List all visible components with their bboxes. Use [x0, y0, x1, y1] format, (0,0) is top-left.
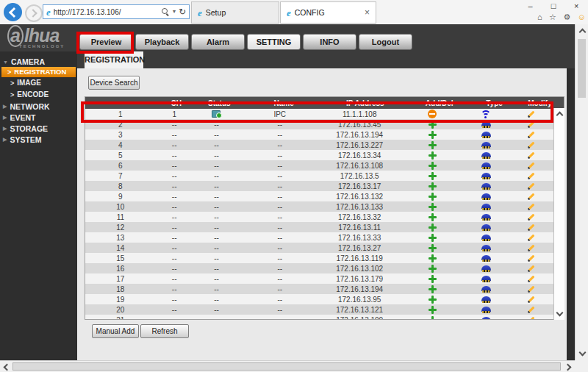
table-row[interactable]: 12------172.16.13.11 — [85, 222, 554, 232]
tab-registration[interactable]: REGISTRATION — [85, 51, 143, 68]
edit-icon[interactable] — [526, 254, 536, 262]
table-row[interactable]: 11------172.16.13.32 — [85, 212, 554, 222]
table-row[interactable]: 16------172.16.13.102 — [85, 263, 554, 273]
delete-icon[interactable] — [428, 110, 437, 118]
table-row[interactable]: 17------172.16.13.179 — [85, 273, 554, 284]
sidebar-item-storage[interactable]: ▶STORAGE — [3, 124, 48, 133]
edit-icon[interactable] — [526, 243, 536, 252]
scroll-down-icon[interactable] — [556, 310, 564, 317]
table-row[interactable]: 9------172.16.13.132 — [85, 191, 554, 201]
sidebar-item-system[interactable]: ▶SYSTEM — [3, 135, 42, 144]
add-icon[interactable] — [429, 306, 437, 314]
edit-icon[interactable] — [526, 212, 536, 221]
nav-button-setting[interactable]: SETTING — [247, 34, 301, 50]
add-icon[interactable] — [429, 223, 437, 232]
table-row[interactable]: 13------172.16.13.33 — [85, 232, 554, 243]
browser-tab-config[interactable]: e CONFIG × — [280, 1, 376, 24]
sidebar-item-image[interactable]: >IMAGE — [10, 79, 41, 87]
device-search-button[interactable]: Device Search — [88, 76, 140, 90]
edit-icon[interactable] — [526, 202, 536, 211]
add-icon[interactable] — [429, 285, 437, 293]
home-icon[interactable]: ⌂ — [537, 12, 542, 22]
scroll-right-icon[interactable] — [564, 364, 572, 371]
feedback-smiley-icon[interactable]: ☺ — [578, 12, 586, 22]
edit-icon[interactable] — [526, 223, 536, 232]
sidebar-item-registration[interactable]: >REGISTRATION — [1, 67, 76, 77]
add-icon[interactable] — [429, 265, 437, 273]
add-icon[interactable] — [429, 131, 437, 139]
refresh-button[interactable]: Refresh — [140, 324, 189, 338]
scroll-down-icon[interactable] — [579, 349, 587, 357]
close-tab-icon[interactable]: × — [365, 8, 370, 17]
table-row[interactable]: 11IPC11.1.1.108 — [85, 109, 554, 119]
maximize-button[interactable]: □ — [542, 0, 564, 12]
nav-button-info[interactable]: INFO — [303, 34, 356, 50]
edit-icon[interactable] — [526, 171, 536, 180]
url-text[interactable]: http://172.16.13.106/ — [54, 8, 159, 16]
add-icon[interactable] — [429, 151, 437, 160]
table-row[interactable]: 21------172.16.13.100 — [85, 315, 554, 320]
add-icon[interactable] — [429, 296, 437, 304]
table-row[interactable]: 15------172.16.13.119 — [85, 253, 554, 263]
edit-icon[interactable] — [526, 151, 536, 160]
table-row[interactable]: 6------172.16.13.108 — [85, 160, 554, 171]
edit-icon[interactable] — [526, 182, 536, 190]
add-icon[interactable] — [429, 193, 437, 201]
table-row[interactable]: 20------172.16.13.121 — [85, 304, 554, 315]
edit-icon[interactable] — [526, 140, 536, 149]
nav-button-playback[interactable]: Playback — [135, 34, 189, 50]
settings-gear-icon[interactable]: ⚙ — [563, 12, 570, 22]
add-icon[interactable] — [429, 234, 437, 242]
forward-button[interactable] — [25, 4, 43, 22]
search-icon[interactable] — [162, 8, 170, 16]
table-row[interactable]: 8------172.16.13.17 — [85, 181, 554, 191]
table-row[interactable]: 18------172.16.13.194 — [85, 284, 554, 294]
edit-icon[interactable] — [526, 264, 536, 273]
nav-button-logout[interactable]: Logout — [359, 34, 412, 50]
browser-tab-setup[interactable]: e Setup — [191, 1, 279, 24]
table-row[interactable]: 14------172.16.13.27 — [85, 243, 554, 253]
edit-icon[interactable] — [526, 315, 536, 320]
nav-button-preview[interactable]: Preview — [79, 34, 133, 50]
edit-icon[interactable] — [526, 295, 536, 304]
manual-add-button[interactable]: Manual Add — [92, 324, 139, 338]
add-icon[interactable] — [429, 203, 437, 211]
table-row[interactable]: 5------172.16.13.34 — [85, 150, 554, 160]
scroll-left-icon[interactable] — [4, 364, 11, 371]
sidebar-item-network[interactable]: ▶NETWORK — [3, 102, 50, 111]
table-row[interactable]: 2------172.16.13.45 — [85, 119, 554, 129]
add-icon[interactable] — [429, 121, 437, 129]
add-icon[interactable] — [429, 182, 437, 190]
edit-icon[interactable] — [526, 285, 536, 293]
edit-icon[interactable] — [526, 161, 536, 170]
minimize-button[interactable]: – — [519, 0, 542, 12]
horizontal-scrollbar[interactable] — [0, 360, 575, 372]
table-scrollbar[interactable] — [553, 108, 564, 320]
address-bar[interactable]: e http://172.16.13.106/ ▾ ↻ — [43, 4, 190, 19]
table-row[interactable]: 19------172.16.13.95 — [85, 294, 554, 304]
refresh-icon[interactable]: ↻ — [179, 7, 186, 16]
edit-icon[interactable] — [526, 130, 536, 139]
dropdown-caret-icon[interactable]: ▾ — [173, 9, 176, 15]
edit-icon[interactable] — [526, 110, 536, 118]
edit-icon[interactable] — [526, 305, 536, 314]
table-row[interactable]: 4------172.16.13.227 — [85, 140, 554, 150]
edit-icon[interactable] — [526, 233, 536, 242]
add-icon[interactable] — [429, 141, 437, 149]
scrollbar-thumb[interactable] — [578, 39, 586, 98]
edit-icon[interactable] — [526, 274, 536, 283]
nav-button-alarm[interactable]: Alarm — [191, 34, 245, 50]
sidebar-item-camera[interactable]: ▼CAMERA — [3, 57, 45, 66]
add-icon[interactable] — [429, 162, 437, 170]
favorites-star-icon[interactable]: ☆ — [549, 12, 556, 22]
edit-icon[interactable] — [526, 120, 536, 129]
back-button[interactable] — [4, 3, 22, 21]
scroll-up-icon[interactable] — [556, 112, 564, 119]
add-icon[interactable] — [429, 275, 437, 283]
add-icon[interactable] — [429, 254, 437, 262]
table-row[interactable]: 10------172.16.13.133 — [85, 201, 554, 212]
scrollbar-thumb[interactable] — [12, 362, 561, 371]
scroll-up-icon[interactable] — [579, 29, 587, 36]
table-row[interactable]: 3------172.16.13.194 — [85, 129, 554, 140]
table-row[interactable]: 7------172.16.13.5 — [85, 171, 554, 181]
